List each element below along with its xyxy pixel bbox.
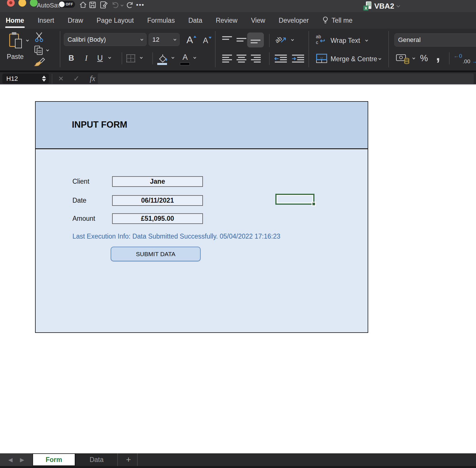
borders-icon <box>126 54 135 62</box>
ribbon: Paste Calibri (Body) 12 A A <box>0 29 476 71</box>
wrap-text-button-icon[interactable]: ab c ↩ <box>315 34 328 47</box>
fill-color-button[interactable] <box>157 52 168 65</box>
amount-field[interactable]: £51,095.00 <box>112 213 203 224</box>
tab-formulas[interactable]: Formulas <box>147 12 175 29</box>
name-box[interactable]: H12 <box>2 74 49 84</box>
enter-button[interactable]: ✓ <box>71 73 82 84</box>
align-center-button[interactable] <box>235 53 248 64</box>
tab-home[interactable]: Home <box>6 12 24 29</box>
tab-view[interactable]: View <box>251 12 265 29</box>
align-center-icon <box>236 54 247 63</box>
merge-arrow: ↔ <box>320 55 324 60</box>
bold-button[interactable]: B <box>66 52 77 64</box>
sheet-tab-data[interactable]: Data <box>75 453 117 466</box>
font-color-chevron[interactable] <box>193 56 196 59</box>
align-left-icon <box>222 54 232 63</box>
submit-data-button[interactable]: SUBMIT DATA <box>111 247 201 261</box>
wrap-text-chevron[interactable] <box>365 39 368 42</box>
tab-label: Tell me <box>331 17 352 24</box>
undo-options-chevron[interactable] <box>119 0 125 9</box>
document-title-group[interactable]: X VBA2 <box>363 0 400 12</box>
wrap-text-label[interactable]: Wrap Text <box>331 37 360 45</box>
orientation-chevron[interactable] <box>291 38 294 41</box>
ribbon-tab-row: Home Insert Draw Page Layout Formulas Da… <box>0 12 476 29</box>
decrease-font-size-button[interactable]: A <box>201 34 214 47</box>
zoom-window-button[interactable] <box>30 0 38 7</box>
comma-glyph: , <box>436 47 440 64</box>
accounting-chevron[interactable] <box>412 57 415 60</box>
prev-sheet-button[interactable]: ◀ <box>8 457 13 463</box>
redo-button[interactable] <box>125 0 135 9</box>
name-box-spinner[interactable] <box>42 76 46 82</box>
tab-insert[interactable]: Insert <box>38 12 54 29</box>
selected-cell[interactable] <box>275 194 314 205</box>
increase-indent-button[interactable] <box>291 53 305 64</box>
add-sheet-button[interactable]: + <box>122 453 135 466</box>
formula-input[interactable] <box>98 73 474 84</box>
orientation-button[interactable]: ab <box>274 33 289 47</box>
increase-font-size-button[interactable]: A <box>184 33 199 47</box>
input-form-panel: INPUT FORM Client Jane Date 06/11/2021 A… <box>35 101 368 333</box>
increase-decimal-button[interactable]: 0 → <box>472 52 476 65</box>
font-name-select[interactable]: Calibri (Body) <box>64 33 147 46</box>
home-icon <box>79 1 87 9</box>
merge-centre-label[interactable]: Merge & Centre <box>331 55 377 63</box>
chevron-down-icon <box>120 3 123 6</box>
cut-button[interactable] <box>33 31 45 43</box>
date-field[interactable]: 06/11/2021 <box>112 195 203 206</box>
undo-button[interactable] <box>110 0 120 9</box>
align-right-button[interactable] <box>249 53 262 64</box>
copy-icon <box>34 45 44 55</box>
form-header: INPUT FORM <box>36 102 368 149</box>
format-painter-button[interactable] <box>33 57 45 67</box>
align-bottom-button[interactable] <box>247 32 264 47</box>
copy-options-chevron[interactable] <box>46 49 49 51</box>
accounting-format-button[interactable] <box>396 53 410 64</box>
paste-button[interactable] <box>9 32 22 48</box>
merge-centre-chevron[interactable] <box>379 57 381 60</box>
decrease-decimal-button[interactable]: ←0 .00 <box>454 52 470 65</box>
copy-button[interactable] <box>33 45 44 56</box>
autosave-toggle[interactable]: OFF <box>58 1 75 8</box>
tab-tell-me[interactable]: Tell me <box>322 12 352 29</box>
paste-options-chevron[interactable] <box>26 39 29 42</box>
sheet-tab-form[interactable]: Form <box>32 453 75 466</box>
next-sheet-button[interactable]: ▶ <box>20 457 24 463</box>
italic-button[interactable]: I <box>80 52 92 64</box>
comma-style-button[interactable]: , <box>432 48 444 63</box>
underline-options-chevron[interactable] <box>108 56 111 59</box>
align-right-icon <box>251 54 261 63</box>
tab-data[interactable]: Data <box>188 12 202 29</box>
home-button[interactable] <box>78 0 88 9</box>
client-field[interactable]: Jane <box>112 176 203 187</box>
merge-centre-button-icon[interactable]: ↔ <box>315 52 328 64</box>
underline-button[interactable]: U <box>94 52 106 64</box>
minimize-window-button[interactable] <box>18 0 26 7</box>
decrease-indent-button[interactable] <box>274 53 288 64</box>
tab-page-layout[interactable]: Page Layout <box>97 12 134 29</box>
worksheet-canvas[interactable]: INPUT FORM Client Jane Date 06/11/2021 A… <box>0 86 476 453</box>
borders-options-chevron[interactable] <box>140 56 143 59</box>
font-size-select[interactable]: 12 <box>149 33 180 46</box>
tab-developer[interactable]: Developer <box>279 12 309 29</box>
align-middle-button[interactable] <box>235 34 248 45</box>
more-commands-button[interactable]: ••• <box>136 0 145 9</box>
save-button[interactable] <box>88 0 97 9</box>
close-window-button[interactable] <box>7 0 15 7</box>
tab-review[interactable]: Review <box>216 12 237 29</box>
align-top-button[interactable] <box>221 34 233 45</box>
align-left-button[interactable] <box>221 53 233 64</box>
font-color-swatch <box>180 63 189 65</box>
font-color-glyph: A <box>183 53 188 62</box>
insert-function-button[interactable]: fx <box>87 73 98 84</box>
cancel-button[interactable]: × <box>55 73 67 84</box>
borders-button[interactable] <box>126 53 136 63</box>
fill-handle[interactable] <box>312 202 316 206</box>
fill-color-chevron[interactable] <box>172 56 174 59</box>
font-color-button[interactable]: A <box>179 52 191 65</box>
group-divider <box>215 31 216 67</box>
number-format-select[interactable]: General <box>394 33 476 47</box>
save-as-button[interactable] <box>99 0 108 9</box>
tab-draw[interactable]: Draw <box>68 12 83 29</box>
percent-style-button[interactable]: % <box>417 52 431 64</box>
